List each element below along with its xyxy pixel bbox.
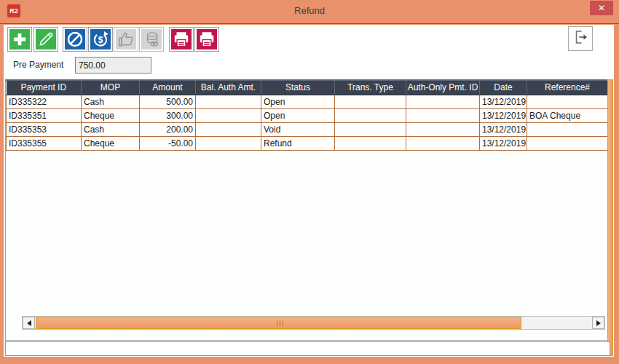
exit-button[interactable] (568, 26, 593, 51)
left-arrow-icon (27, 320, 31, 326)
table-cell[interactable] (335, 108, 406, 122)
pre-payment-field[interactable] (75, 57, 151, 74)
print-button[interactable] (169, 27, 194, 52)
table-cell[interactable] (406, 95, 480, 108)
exit-icon (572, 28, 589, 49)
table-row[interactable]: ID335355Cheque-50.00Refund13/12/2019 (7, 136, 608, 150)
table-cell[interactable] (527, 136, 608, 150)
divider (5, 340, 608, 341)
table-cell[interactable]: Open (261, 95, 335, 108)
printer-icon (197, 30, 216, 49)
print-receipt-button[interactable] (194, 27, 219, 52)
table-cell[interactable]: ID335353 (7, 122, 82, 136)
table-cell[interactable] (406, 136, 480, 150)
table-cell[interactable]: 500.00 (140, 95, 196, 108)
table-cell[interactable]: -50.00 (140, 136, 196, 150)
table-cell[interactable] (196, 95, 261, 108)
title-bar[interactable]: R2 Refund ✕ (0, 0, 619, 24)
table-cell[interactable]: 13/12/2019 (480, 136, 527, 150)
table-cell[interactable] (527, 122, 608, 136)
thumb-grip (283, 320, 283, 327)
money-refund-icon: $ (91, 30, 110, 49)
status-box (5, 341, 610, 356)
table-cell[interactable]: Cheque (82, 108, 140, 122)
table-cell[interactable]: 300.00 (140, 108, 196, 122)
table-cell[interactable] (196, 122, 261, 136)
table-cell[interactable] (335, 136, 406, 150)
column-header[interactable]: Amount (140, 81, 196, 95)
table-cell[interactable]: Cash (82, 122, 140, 136)
right-arrow-icon (596, 320, 601, 326)
payment-info-button (139, 27, 164, 52)
table-cell[interactable]: Refund (261, 136, 335, 150)
table-row[interactable]: ID335353Cash200.00Void13/12/2019 (7, 122, 608, 136)
pre-payment-label: Pre Payment (13, 57, 63, 74)
dialog-content: $ (4, 25, 614, 357)
table-cell[interactable]: BOA Cheque (527, 108, 608, 122)
void-payment-button[interactable] (63, 27, 87, 52)
table-cell[interactable] (406, 122, 480, 136)
table-cell[interactable]: Cash (82, 95, 140, 108)
table-cell[interactable]: 200.00 (140, 122, 196, 136)
refund-window: R2 Refund ✕ (0, 0, 619, 364)
thumb-grip (280, 320, 280, 327)
column-header[interactable]: Payment ID (7, 81, 82, 95)
edit-payment-button[interactable] (33, 27, 58, 52)
horizontal-scrollbar-thumb[interactable] (36, 317, 521, 329)
payments-grid: Payment IDMOPAmountBal. Auth Amt.StatusT… (5, 79, 608, 341)
column-header[interactable]: Auth-Only Pmt. ID (406, 81, 480, 95)
thumbs-up-icon (117, 30, 135, 49)
column-header[interactable]: MOP (82, 81, 140, 95)
vertical-scrollbar-thumb[interactable] (607, 79, 613, 356)
table-cell[interactable] (406, 108, 480, 122)
scroll-right-button[interactable] (592, 317, 604, 329)
table-cell[interactable]: ID335322 (7, 95, 82, 108)
close-icon: ✕ (598, 3, 605, 13)
column-header[interactable]: Status (261, 81, 335, 95)
table-cell[interactable] (196, 108, 261, 122)
thumb-grip (277, 320, 277, 327)
column-header[interactable]: Date (480, 81, 527, 95)
window-title: Refund (0, 0, 619, 22)
table-cell[interactable] (335, 95, 406, 108)
add-payment-button[interactable] (7, 27, 32, 52)
column-header[interactable]: Bal. Auth Amt. (196, 81, 261, 95)
column-header[interactable]: Reference# (527, 81, 608, 95)
table-cell[interactable]: Open (261, 108, 335, 122)
horizontal-scrollbar[interactable] (22, 316, 605, 330)
table-cell[interactable]: ID335355 (7, 136, 82, 150)
coins-eye-icon (142, 30, 161, 49)
approve-button (114, 27, 138, 52)
payments-table: Payment IDMOPAmountBal. Auth Amt.StatusT… (6, 81, 608, 151)
table-cell[interactable]: ID335351 (7, 108, 82, 122)
table-cell[interactable]: 13/12/2019 (480, 108, 527, 122)
header-row: Payment IDMOPAmountBal. Auth Amt.StatusT… (7, 81, 608, 95)
scroll-left-button[interactable] (23, 317, 35, 329)
table-cell[interactable]: Void (261, 122, 335, 136)
printer-icon (172, 30, 191, 49)
no-entry-icon (66, 30, 84, 49)
close-button[interactable]: ✕ (590, 1, 613, 15)
plus-icon (10, 30, 29, 49)
refund-payment-button[interactable]: $ (88, 27, 113, 52)
table-cell[interactable] (527, 95, 608, 108)
table-cell[interactable]: Cheque (82, 136, 140, 150)
table-cell[interactable]: 13/12/2019 (480, 95, 527, 108)
table-cell[interactable] (196, 136, 261, 150)
svg-text:$: $ (98, 35, 103, 45)
table-row[interactable]: ID335322Cash500.00Open13/12/2019 (7, 95, 608, 108)
pencil-icon (36, 30, 55, 49)
table-cell[interactable] (335, 122, 406, 136)
table-row[interactable]: ID335351Cheque300.00Open13/12/2019BOA Ch… (7, 108, 608, 122)
column-header[interactable]: Trans. Type (335, 81, 406, 95)
table-cell[interactable]: 13/12/2019 (480, 122, 527, 136)
